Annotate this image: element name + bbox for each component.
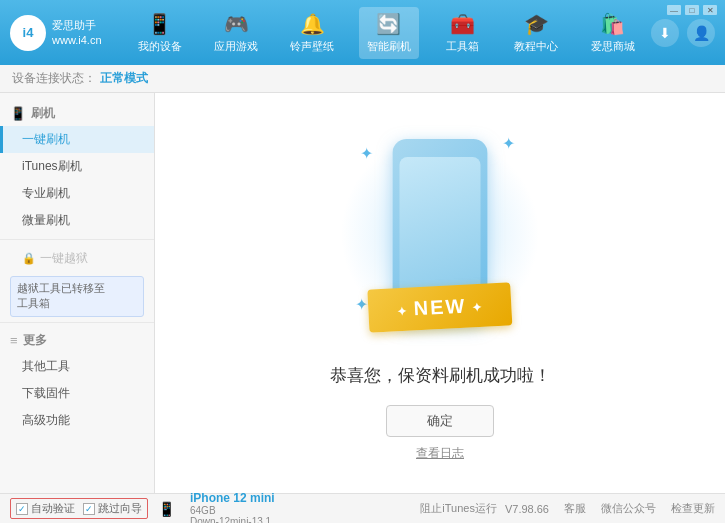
logo-icon: i4 (10, 15, 46, 51)
wechat-link[interactable]: 微信公众号 (601, 501, 656, 516)
sidebar-item-jailbreak-disabled: 🔒 一键越狱 (0, 245, 154, 272)
bottom-right-area: V7.98.66 客服 微信公众号 检查更新 (505, 501, 715, 516)
sidebar-divider-1 (0, 239, 154, 240)
sidebar: 📱 刷机 一键刷机 iTunes刷机 专业刷机 微量刷机 🔒 一键越狱 越狱工具… (0, 93, 155, 493)
nav-apps-icon: 🎮 (224, 12, 249, 36)
skip-wizard-cb-icon (83, 503, 95, 515)
success-message: 恭喜您，保资料刷机成功啦！ (330, 364, 551, 387)
nav-my-device[interactable]: 📱 我的设备 (130, 7, 190, 59)
check-update-link[interactable]: 检查更新 (671, 501, 715, 516)
device-storage: 64GB (190, 505, 275, 516)
maximize-button[interactable]: □ (685, 5, 699, 15)
sparkle-top-left-icon: ✦ (360, 144, 373, 163)
auto-send-checkbox[interactable]: 自动验证 (16, 501, 75, 516)
bottom-bar: 自动验证 跳过向导 📱 iPhone 12 mini 64GB Down-12m… (0, 493, 725, 523)
nav-ringtones[interactable]: 🔔 铃声壁纸 (282, 7, 342, 59)
sidebar-item-other-tools[interactable]: 其他工具 (0, 353, 154, 380)
nav-tutorial-icon: 🎓 (524, 12, 549, 36)
sidebar-item-itunes-flash[interactable]: iTunes刷机 (0, 153, 154, 180)
phone-illustration: ✦ ✦ ✦ NEW (340, 124, 540, 344)
nav-apps-games[interactable]: 🎮 应用游戏 (206, 7, 266, 59)
nav-tutorial[interactable]: 🎓 教程中心 (506, 7, 566, 59)
account-button[interactable]: 👤 (687, 19, 715, 47)
itunes-status: 阻止iTunes运行 (420, 501, 497, 516)
lock-icon: 🔒 (22, 252, 36, 265)
view-log-link[interactable]: 查看日志 (416, 445, 464, 462)
nav-smart-flash[interactable]: 🔄 智能刷机 (359, 7, 419, 59)
sparkle-bottom-left-icon: ✦ (355, 295, 368, 314)
nav-toolbox[interactable]: 🧰 工具箱 (435, 7, 490, 59)
sidebar-item-download-firmware[interactable]: 下载固件 (0, 380, 154, 407)
nav-ringtones-icon: 🔔 (300, 12, 325, 36)
top-right-controls: ⬇ 👤 (651, 19, 715, 47)
nav-store-icon: 🛍️ (600, 12, 625, 36)
nav-toolbox-icon: 🧰 (450, 12, 475, 36)
nav-flash-icon: 🔄 (376, 12, 401, 36)
main-layout: 📱 刷机 一键刷机 iTunes刷机 专业刷机 微量刷机 🔒 一键越狱 越狱工具… (0, 93, 725, 493)
download-button[interactable]: ⬇ (651, 19, 679, 47)
more-section-icon: ≡ (10, 333, 18, 348)
skip-wizard-checkbox[interactable]: 跳过向导 (83, 501, 142, 516)
status-bar: 设备连接状态： 正常模式 (0, 65, 725, 93)
sidebar-item-advanced[interactable]: 高级功能 (0, 407, 154, 434)
new-badge: NEW (367, 282, 512, 332)
flash-section-icon: 📱 (10, 106, 26, 121)
sidebar-jailbreak-note: 越狱工具已转移至工具箱 (10, 276, 144, 317)
nav-store[interactable]: 🛍️ 爱思商城 (583, 7, 643, 59)
sidebar-section-flash: 📱 刷机 (0, 101, 154, 126)
sidebar-item-one-key-flash[interactable]: 一键刷机 (0, 126, 154, 153)
nav-my-device-icon: 📱 (147, 12, 172, 36)
top-bar: i4 爱思助手 www.i4.cn 📱 我的设备 🎮 应用游戏 🔔 铃声壁纸 🔄… (0, 0, 725, 65)
sidebar-item-pro-flash[interactable]: 专业刷机 (0, 180, 154, 207)
device-icon: 📱 (158, 501, 175, 517)
content-area: ✦ ✦ ✦ NEW 恭喜您，保资料刷机成功啦！ 确定 查看日志 (155, 93, 725, 493)
version-label: V7.98.66 (505, 503, 549, 515)
confirm-button[interactable]: 确定 (386, 405, 494, 437)
bottom-left-area: 自动验证 跳过向导 📱 iPhone 12 mini 64GB Down-12m… (10, 491, 420, 524)
sidebar-item-micro-flash[interactable]: 微量刷机 (0, 207, 154, 234)
auto-send-cb-icon (16, 503, 28, 515)
window-controls: — □ ✕ (667, 5, 717, 15)
service-link[interactable]: 客服 (564, 501, 586, 516)
sparkle-top-right-icon: ✦ (502, 134, 515, 153)
logo-text: 爱思助手 www.i4.cn (52, 18, 102, 47)
device-info: iPhone 12 mini 64GB Down-12mini-13.1 (190, 491, 275, 524)
minimize-button[interactable]: — (667, 5, 681, 15)
sidebar-divider-2 (0, 322, 154, 323)
nav-items: 📱 我的设备 🎮 应用游戏 🔔 铃声壁纸 🔄 智能刷机 🧰 工具箱 🎓 教程中心… (122, 7, 651, 59)
checkbox-group: 自动验证 跳过向导 (10, 498, 148, 519)
logo-area: i4 爱思助手 www.i4.cn (10, 15, 102, 51)
close-button[interactable]: ✕ (703, 5, 717, 15)
device-version: Down-12mini-13.1 (190, 516, 275, 524)
sidebar-section-more: ≡ 更多 (0, 328, 154, 353)
